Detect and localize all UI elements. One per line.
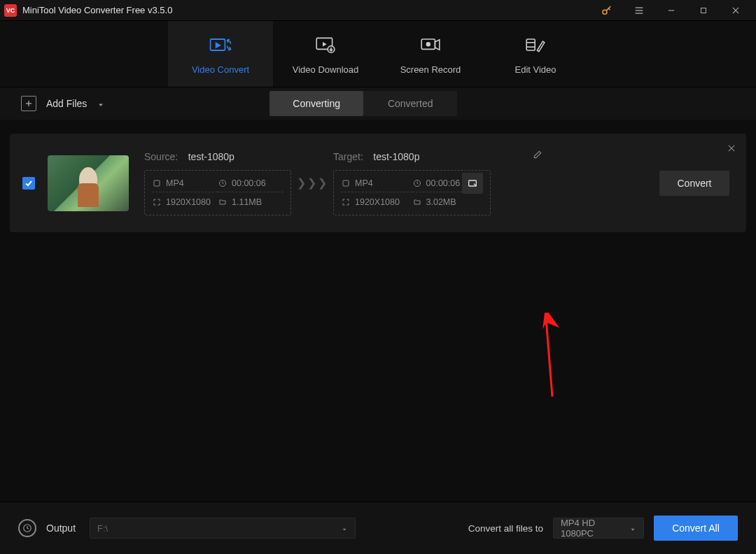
source-label: Source: xyxy=(144,151,178,162)
svg-marker-32 xyxy=(631,529,635,531)
item-checkbox[interactable] xyxy=(22,177,35,190)
footer-bar: Output F:\ Convert all files to MP4 HD 1… xyxy=(0,502,756,554)
conversion-list: Source: test-1080p MP4 00:00:06 1920X108… xyxy=(0,120,756,502)
target-duration: 00:00:06 xyxy=(426,178,461,188)
tab-label: Edit Video xyxy=(514,64,556,75)
chevron-down-icon xyxy=(97,100,104,107)
filesize-icon xyxy=(412,197,422,207)
svg-point-14 xyxy=(426,42,430,46)
subtab-converting[interactable]: Converting xyxy=(270,91,363,116)
output-format-value: MP4 HD 1080PC xyxy=(561,518,629,539)
source-info: Source: test-1080p MP4 00:00:06 1920X108… xyxy=(144,150,291,215)
video-convert-icon xyxy=(209,34,232,56)
target-info: Target: test-1080p MP4 00:00:06 1920X108… xyxy=(333,150,543,215)
sub-toolbar: Add Files Converting Converted xyxy=(0,87,756,120)
format-icon xyxy=(341,178,351,188)
filesize-icon xyxy=(218,197,227,207)
source-resolution: 1920X1080 xyxy=(166,197,211,207)
target-resolution: 1920X1080 xyxy=(355,197,400,207)
edit-video-icon xyxy=(524,34,547,56)
svg-point-0 xyxy=(603,10,607,14)
remove-item-button[interactable] xyxy=(727,143,736,156)
menu-icon[interactable] xyxy=(623,0,655,21)
output-path-select[interactable]: F:\ xyxy=(90,518,356,539)
close-window-button[interactable] xyxy=(720,0,752,21)
conversion-item: Source: test-1080p MP4 00:00:06 1920X108… xyxy=(10,134,746,232)
target-format: MP4 xyxy=(355,178,373,188)
svg-rect-21 xyxy=(154,180,160,186)
output-path-icon[interactable] xyxy=(18,519,36,537)
output-label: Output xyxy=(46,523,76,534)
tab-label: Screen Record xyxy=(400,64,461,75)
tab-video-convert[interactable]: Video Convert xyxy=(168,21,273,87)
output-format-select[interactable]: MP4 HD 1080PC xyxy=(553,518,644,539)
svg-marker-9 xyxy=(216,43,220,47)
svg-rect-5 xyxy=(701,8,706,13)
screen-record-icon xyxy=(419,34,442,56)
source-format: MP4 xyxy=(166,178,184,188)
convert-all-button-label: Convert All xyxy=(672,523,720,534)
convert-all-files-label: Convert all files to xyxy=(468,523,543,534)
add-files-button[interactable]: Add Files xyxy=(21,96,104,111)
source-filename: test-1080p xyxy=(188,151,234,162)
convert-button[interactable]: Convert xyxy=(659,171,729,196)
tab-video-download[interactable]: Video Download xyxy=(273,21,378,87)
target-settings-button[interactable] xyxy=(462,173,483,194)
subtab-converted[interactable]: Converted xyxy=(363,91,457,116)
tab-label: Video Download xyxy=(293,64,358,75)
svg-line-29 xyxy=(546,318,552,397)
video-thumbnail[interactable] xyxy=(48,155,129,211)
target-size: 3.02MB xyxy=(426,197,456,207)
resolution-icon xyxy=(341,197,351,207)
video-download-icon xyxy=(314,34,337,56)
convert-button-label: Convert xyxy=(677,178,711,189)
premium-key-icon[interactable] xyxy=(591,0,623,21)
clock-icon xyxy=(412,178,422,188)
source-size: 1.11MB xyxy=(232,197,262,207)
add-files-label: Add Files xyxy=(46,98,87,109)
chevron-down-icon xyxy=(629,525,636,532)
main-tab-bar: Video Convert Video Download Screen Reco… xyxy=(0,21,756,87)
output-path-value: F:\ xyxy=(97,523,108,534)
minimize-button[interactable] xyxy=(655,0,687,21)
tab-screen-record[interactable]: Screen Record xyxy=(378,21,483,87)
format-icon xyxy=(152,178,162,188)
target-label: Target: xyxy=(333,151,363,162)
target-filename: test-1080p xyxy=(373,151,419,162)
app-title: MiniTool Video Converter Free v3.5.0 xyxy=(22,5,172,15)
svg-marker-20 xyxy=(99,104,103,107)
tab-label: Video Convert xyxy=(192,64,249,75)
edit-target-button[interactable] xyxy=(528,145,547,164)
subtab-label: Converting xyxy=(293,98,340,109)
app-logo-icon: VC xyxy=(4,4,17,17)
svg-marker-11 xyxy=(323,42,327,46)
clock-icon xyxy=(218,178,227,188)
status-subtabs: Converting Converted xyxy=(270,91,457,116)
tab-edit-video[interactable]: Edit Video xyxy=(483,21,588,87)
arrow-separator-icon: ❯❯❯ xyxy=(291,176,333,190)
svg-rect-23 xyxy=(343,180,349,186)
add-files-icon xyxy=(21,96,36,111)
convert-all-button[interactable]: Convert All xyxy=(654,516,738,541)
source-duration: 00:00:06 xyxy=(232,178,266,188)
subtab-label: Converted xyxy=(388,98,433,109)
svg-rect-15 xyxy=(526,39,535,50)
titlebar: VC MiniTool Video Converter Free v3.5.0 xyxy=(0,0,756,21)
chevron-down-icon xyxy=(341,525,348,532)
annotation-arrow-icon xyxy=(538,313,566,404)
maximize-button[interactable] xyxy=(687,0,720,21)
resolution-icon xyxy=(152,197,162,207)
svg-marker-31 xyxy=(343,529,346,531)
